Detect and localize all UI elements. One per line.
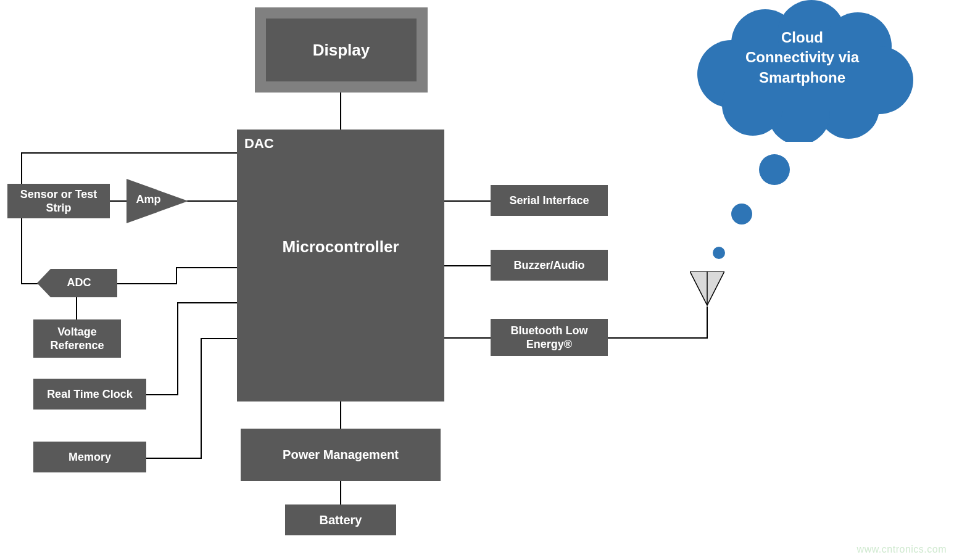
conn-ble-mcu (444, 337, 491, 339)
conn-sensor-amp (110, 200, 128, 202)
conn-power-battery (340, 481, 341, 506)
conn-mem-h2 (201, 338, 238, 339)
dac-label: DAC (244, 136, 274, 152)
conn-adc-mcu-h2 (176, 267, 238, 268)
ble-block: Bluetooth Low Energy® (491, 319, 608, 356)
sensor-block: Sensor or Test Strip (7, 184, 110, 218)
conn-dac-v1 (21, 152, 22, 185)
antenna-icon (690, 271, 724, 308)
cloud-line3: Smartphone (759, 69, 845, 86)
microcontroller-block: DAC Microcontroller (237, 130, 444, 401)
microcontroller-label: Microcontroller (237, 237, 444, 257)
watermark-text: www.cntronics.com (857, 544, 947, 555)
buzzer-label: Buzzer/Audio (509, 256, 590, 275)
conn-adc-mcu-h (117, 283, 176, 284)
ble-label: Bluetooth Low Energy® (491, 321, 608, 354)
power-mgmt-label: Power Management (278, 445, 404, 465)
conn-buzzer-mcu (444, 265, 491, 266)
display-label: Display (308, 38, 375, 63)
cloud-line2: Connectivity via (745, 49, 859, 65)
cloud-bubble-large (759, 154, 790, 185)
adc-label: ADC (54, 276, 104, 289)
battery-label: Battery (315, 510, 367, 530)
conn-adc-mcu-v (176, 267, 177, 284)
conn-vref-adc (76, 296, 77, 321)
conn-rtc-h (146, 394, 177, 395)
conn-adc-h1 (21, 283, 38, 284)
conn-amp-mcu (185, 200, 238, 202)
conn-adc-v1 (21, 216, 22, 283)
voltage-ref-block: Voltage Reference (33, 319, 121, 358)
conn-rtc-h2 (177, 302, 238, 303)
cloud-text: Cloud Connectivity via Smartphone (713, 28, 892, 88)
conn-ble-ant-v (707, 307, 708, 339)
conn-mcu-power (340, 401, 341, 429)
battery-block: Battery (285, 504, 396, 535)
memory-block: Memory (33, 442, 146, 472)
amp-label: Amp (131, 193, 165, 206)
cloud-line1: Cloud (781, 29, 823, 46)
buzzer-block: Buzzer/Audio (491, 250, 608, 281)
serial-label: Serial Interface (504, 191, 594, 210)
conn-serial-mcu (444, 200, 491, 202)
cloud-bubble-small (713, 247, 725, 259)
rtc-block: Real Time Clock (33, 379, 146, 410)
serial-block: Serial Interface (491, 185, 608, 216)
sensor-label: Sensor or Test Strip (7, 185, 110, 218)
conn-mem-v (201, 338, 202, 459)
conn-ble-ant-h (608, 337, 707, 339)
conn-rtc-v (177, 302, 178, 395)
display-block: Display (255, 7, 428, 93)
memory-label: Memory (64, 448, 116, 467)
cloud-bubble-medium (731, 204, 752, 224)
voltage-ref-label: Voltage Reference (33, 323, 121, 355)
power-mgmt-block: Power Management (241, 429, 441, 481)
conn-mem-h (146, 458, 201, 459)
conn-display-mcu (340, 93, 341, 130)
rtc-label: Real Time Clock (42, 385, 138, 404)
conn-dac-h1 (21, 152, 237, 154)
